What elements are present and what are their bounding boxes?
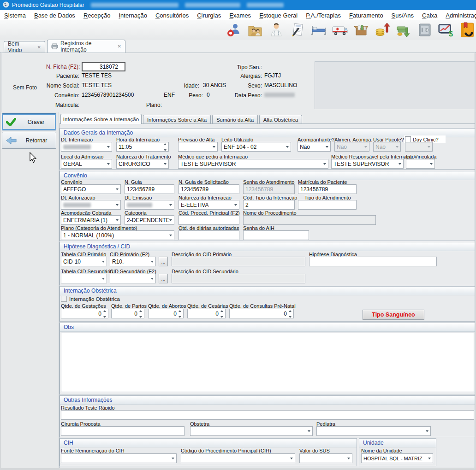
medico-pediu-combo[interactable]: TESTE SUPERVISOR [178,159,328,169]
tab-registros-internacao[interactable]: Registros de Internação ✕ [47,40,125,53]
obs-textarea[interactable] [61,333,474,392]
qtde-cesarias-spinner[interactable]: 0 [187,309,226,318]
ambulance-icon[interactable] [331,22,349,38]
natureza-internacao-combo[interactable]: E-ELETIVA [178,200,239,210]
doctor-icon[interactable] [268,22,285,38]
safe-icon[interactable] [416,22,434,38]
n-guia-solicitacao-input[interactable]: 123456789 [178,184,239,194]
obstetra-combo[interactable] [190,426,313,436]
form-tab-informacoes-internacao[interactable]: Informações Sobre a Internação [60,114,142,124]
menu-caixa[interactable]: Caixa [418,11,441,20]
revenue-up-icon[interactable] [374,22,391,38]
cirurgia-proposta-input[interactable] [61,426,184,436]
menu-pa-terapias[interactable]: P.A./Terapias [302,11,345,20]
qtde-consultas-spinner[interactable]: 0 [229,309,294,318]
form-tab-alta-obstetrica[interactable]: Alta Obstétrica [259,115,302,124]
local-admissao-combo[interactable]: GERAL [61,159,112,169]
senha-aih-input[interactable] [243,230,309,240]
cod-proced-principal-input[interactable] [178,215,239,225]
spin-buttons[interactable] [138,310,143,318]
nome-unidade-combo[interactable]: HOSPITAL SQL - MATRIZ [361,453,433,463]
tabela-cid-primario-combo[interactable]: CID-10 [61,257,107,266]
tab-bem-vindo[interactable]: Bem Vindo ✕ [4,41,45,53]
valor-sus-label: Valor do SUS [299,448,330,453]
chevron-down-icon [107,163,110,165]
resultado-teste-input[interactable] [61,410,474,420]
phone-book-icon[interactable] [458,22,476,38]
pediatra-combo[interactable] [316,426,431,436]
internacao-obstetrica-checkbox[interactable] [61,296,67,302]
int-vinculada-combo[interactable] [406,159,435,169]
acompanhante-combo[interactable]: Não [298,142,331,152]
spin-buttons[interactable] [219,310,224,318]
valor-sus-combo[interactable] [299,453,352,463]
menu-estoque-geral[interactable]: Estoque Geral [255,11,302,20]
previsao-alta-combo[interactable] [178,142,218,152]
fonte-remuneracao-combo[interactable] [61,453,177,463]
tipo-sanguineo-button[interactable]: Tipo Sanguíneo [363,310,424,320]
menu-administracao[interactable]: Administração [441,11,476,20]
dt-autorizacao-combo[interactable] [61,200,121,210]
dt-internacao-combo[interactable] [61,142,112,152]
plano-categoria-combo[interactable]: 1 - NORMAL (100%) [61,230,174,240]
internacao-obstetrica-checkbox-label: Internação Obstétrica [69,296,120,302]
tabela-cid-secundario-combo[interactable] [61,274,107,283]
hipotese-diagnostica-input[interactable] [309,257,437,266]
form-tab-sumario-alta[interactable]: Sumário da Alta [212,115,258,124]
menu-exames[interactable]: Exames [225,11,255,20]
menu-cirurgias[interactable]: Cirurgias [193,11,225,20]
convenio-combo[interactable]: AFFEGO [61,184,121,194]
leito-combo[interactable]: ENF 104 - 02 [221,142,291,152]
supplies-box-icon[interactable] [352,22,370,38]
close-icon[interactable]: ✕ [115,44,121,49]
matricula-paciente-input[interactable]: 123456789 [298,184,357,194]
photo-placeholder: Sem Foto [5,84,45,91]
menu-sus-ans[interactable]: Sus/Ans [387,11,418,20]
patients-folder-icon[interactable] [246,22,264,38]
qtde-abortos-spinner[interactable]: 0 [148,309,184,318]
cid-primario-combo[interactable]: R10.- [110,257,156,266]
natureza-tratamento-combo[interactable]: CIRURGICO [116,159,169,169]
cod-tipo-internacao-input[interactable]: 2 [243,200,295,210]
sync-user-icon[interactable] [225,22,243,38]
menu-consultorios[interactable]: Consultórios [151,11,193,20]
menu-base-de-dados[interactable]: Base de Dados [30,11,79,20]
form-tab-informacoes-alta[interactable]: Informações Sobre a Alta [143,115,211,124]
qtd-diarias-input[interactable] [178,230,239,240]
qtde-abortos-label: Qtde. de Abortos [148,303,186,309]
medico-responsavel-combo[interactable]: TESTE SUPERVISOR [331,159,404,169]
spin-buttons[interactable] [177,310,182,318]
sexo-label: Sexo: [217,82,262,89]
categoria-combo[interactable]: 2-DEPENDENTE [125,215,174,225]
hospital-bed-icon[interactable] [310,22,327,38]
dt-emissao-combo[interactable] [125,200,174,210]
menu-sistema[interactable]: Sistema [0,11,30,20]
alimen-acompa-combo: Não [334,142,369,152]
close-icon[interactable]: ✕ [35,45,41,50]
acomodacao-cobrada-combo[interactable]: ENFERMARIA (1) [61,215,121,225]
hora-internacao-spinner[interactable]: 11:05 [116,142,169,152]
qtde-gestacoes-spinner[interactable]: 0 [61,309,108,318]
cid-secundario-combo[interactable] [110,274,156,283]
tipo-atendimento-input[interactable] [298,200,357,210]
convenio-value: 12345678901234500 [82,92,134,98]
back-arrow-icon [6,136,17,145]
codigo-procedimento-cih-combo[interactable] [181,453,295,463]
tab-bem-vindo-label: Bem Vindo [8,41,35,53]
qtde-partos-spinner[interactable]: 0 [111,309,144,318]
save-button[interactable]: Gravar [2,113,56,130]
ficha-input[interactable]: 318072 [82,62,125,71]
finance-chart-icon[interactable]: $ [437,22,455,38]
n-guia-input[interactable]: 123456789 [125,184,174,194]
cid-secundario-browse-button[interactable]: ... [159,274,168,283]
menu-internacao[interactable]: Internação [114,11,151,20]
cid-primario-browse-button[interactable]: ... [159,257,168,266]
spin-buttons[interactable] [102,310,107,318]
menu-faturamento[interactable]: Faturamento [345,11,387,20]
spin-buttons[interactable] [162,143,167,151]
menu-recepcao[interactable]: Recepção [79,11,115,20]
document-sign-icon[interactable] [289,22,306,38]
spin-buttons[interactable] [287,310,292,318]
expense-down-icon[interactable] [395,22,412,38]
return-button[interactable]: Retornar [2,132,56,149]
